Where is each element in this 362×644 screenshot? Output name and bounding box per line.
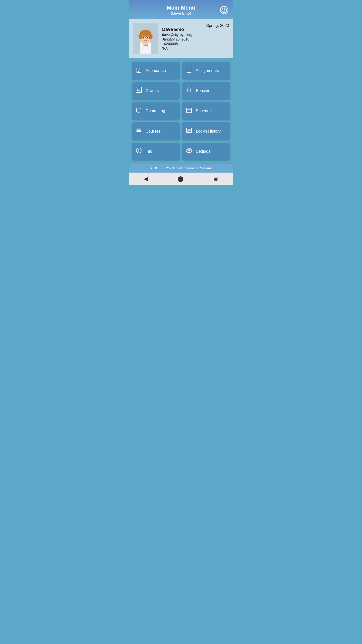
nav-bar: ◀ ⬤ ▣ [129,173,233,185]
season-label: Spring, 2020 [206,23,229,28]
svg-text:A+: A+ [137,89,141,92]
svg-rect-21 [188,67,190,67]
footer: COOLSIS™ - School Information System [129,164,233,173]
login-history-label: Log-in History [196,129,221,134]
comm-log-label: Comm Log [146,109,165,113]
menu-btn-info[interactable]: iInfo [132,143,180,160]
assignments-icon [185,66,193,75]
home-icon[interactable]: ⬤ [177,176,184,182]
profile-email: dave@cityroyal.org [162,33,229,37]
courses-icon [135,127,143,135]
svg-rect-32 [137,131,141,132]
settings-label: Settings [196,149,210,154]
menu-btn-schedule[interactable]: 1Schedule [182,102,230,120]
avatar [133,23,158,54]
recent-icon[interactable]: ▣ [213,176,218,182]
back-icon[interactable]: ◀ [144,176,148,182]
profile-id: 10200008 [162,42,229,46]
header-title-block: Main Menu (Dave Emo) [143,5,219,15]
svg-point-16 [147,37,148,38]
menu-btn-attendance[interactable]: ☑Attendance [132,62,180,79]
svg-point-41 [188,149,190,151]
behavior-icon [185,87,193,95]
assignments-label: Assignments [196,68,219,73]
grades-icon: A+ [135,87,143,95]
behavior-label: Behavior [196,89,212,93]
menu-btn-comm-log[interactable]: Comm Log [132,102,180,120]
svg-text:1: 1 [188,110,190,112]
menu-btn-grades[interactable]: A+Grades [132,82,180,100]
profile-section: Dave Emo dave@cityroyal.org January 20, … [129,19,233,58]
user-subtitle: (Dave Emo) [143,11,219,15]
schedule-label: Schedule [196,109,213,113]
header: Main Menu (Dave Emo) [129,0,233,19]
login-history-icon [185,127,193,135]
app-title: Main Menu [143,5,219,11]
grades-label: Grades [146,89,159,93]
menu-btn-behavior[interactable]: Behavior [182,82,230,100]
menu-grid: ☑AttendanceAssignmentsA+GradesBehaviorCo… [129,58,233,164]
courses-label: Courses [146,129,161,134]
profile-info: Dave Emo dave@cityroyal.org January 20, … [162,27,229,50]
comm-log-icon [135,107,143,115]
info-icon: i [135,147,143,155]
svg-rect-34 [137,129,141,130]
profile-class: 3-A [162,46,229,50]
svg-text:i: i [138,149,139,152]
footer-label: COOLSIS™ - School Information System [151,166,211,170]
svg-point-15 [143,37,144,38]
attendance-label: Attendance [146,68,166,73]
avatar-image [133,23,158,54]
profile-dob: January 20, 2010 [162,37,229,41]
menu-btn-settings[interactable]: Settings [182,143,230,160]
power-button[interactable] [219,5,229,15]
info-label: Info [146,149,152,154]
schedule-icon: 1 [185,107,193,115]
menu-btn-assignments[interactable]: Assignments [182,62,230,79]
menu-btn-login-history[interactable]: Log-in History [182,122,230,140]
power-icon [220,6,229,14]
svg-rect-33 [137,130,141,131]
svg-point-6 [145,45,146,46]
svg-rect-20 [187,67,191,72]
attendance-icon: ☑ [135,67,143,74]
settings-icon [185,147,193,155]
menu-btn-courses[interactable]: Courses [132,122,180,140]
